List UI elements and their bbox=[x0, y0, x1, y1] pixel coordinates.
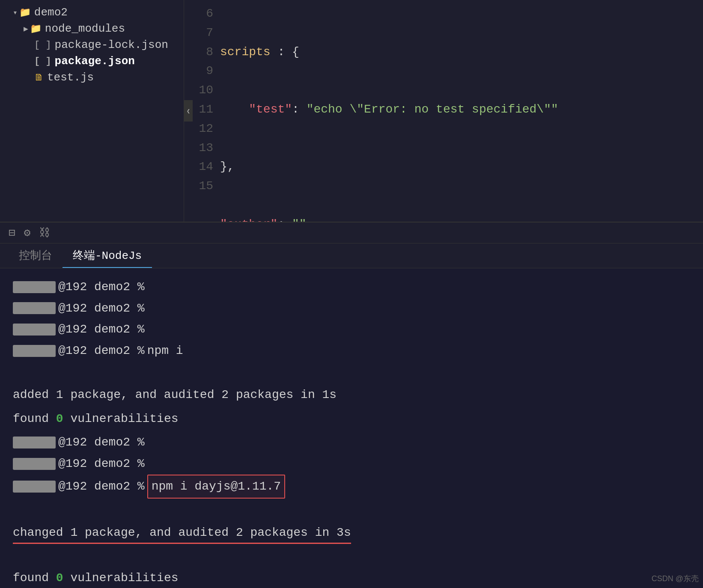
terminal-content: @192 demo2 % @192 demo2 % @192 demo2 % @… bbox=[0, 268, 703, 588]
file-label: test.js bbox=[47, 71, 94, 84]
collapse-button[interactable]: ❮ bbox=[184, 100, 193, 122]
code-lines: scripts : { "test": "echo \"Error: no te… bbox=[220, 0, 703, 222]
file-bracket-icon: [ ] bbox=[34, 56, 51, 67]
npm-i-command: npm i bbox=[147, 341, 183, 361]
panel-icon-network[interactable]: ⛓ bbox=[39, 226, 50, 240]
terminal-line-2: @192 demo2 % bbox=[13, 298, 690, 319]
blurred-username bbox=[13, 281, 56, 293]
tab-console[interactable]: 控制台 bbox=[9, 244, 63, 268]
terminal-output-added: added 1 package, and audited 2 packages … bbox=[13, 364, 690, 405]
terminal-line-npm-dayjs: @192 demo2 % npm i dayjs@1.11.7 bbox=[13, 475, 690, 499]
blurred-username bbox=[13, 324, 56, 336]
sidebar-item-node-modules[interactable]: ▶ 📁 node_modules bbox=[0, 21, 184, 37]
changed-package-text: changed 1 package, and audited 2 package… bbox=[13, 523, 351, 544]
editor-area: ▾ 📁 demo2 ▶ 📁 node_modules [ ] package-l… bbox=[0, 0, 703, 223]
file-label: package-lock.json bbox=[55, 39, 168, 51]
blurred-username bbox=[13, 302, 56, 314]
line-numbers: 6 7 8 9 10 11 12 13 14 15 bbox=[194, 0, 220, 222]
prompt-text: @192 demo2 % bbox=[58, 476, 145, 497]
watermark: CSDN @东壳 bbox=[652, 573, 699, 584]
js-file-icon: 🗎 bbox=[34, 72, 44, 83]
file-label: package.json bbox=[55, 55, 135, 68]
folder-label: demo2 bbox=[34, 6, 68, 19]
terminal-output-changed: changed 1 package, and audited 2 package… bbox=[13, 502, 690, 544]
blurred-username bbox=[13, 437, 56, 448]
code-line-9: "author": "", bbox=[220, 215, 703, 222]
terminal-line-1: @192 demo2 % bbox=[13, 277, 690, 297]
arrow-icon: ▶ bbox=[24, 24, 28, 33]
folder-label: node_modules bbox=[45, 22, 125, 35]
code-line-6: scripts : { bbox=[220, 43, 703, 62]
tab-terminal-nodejs[interactable]: 终端-NodeJs bbox=[63, 244, 152, 268]
zero-count: 0 bbox=[56, 412, 63, 425]
prompt-text: @192 demo2 % bbox=[58, 277, 145, 297]
arrow-icon: ▾ bbox=[13, 8, 18, 17]
terminal-output-found1: found 0 vulnerabilities bbox=[13, 409, 690, 429]
prompt-text: @192 demo2 % bbox=[58, 319, 145, 340]
sidebar-item-demo2[interactable]: ▾ 📁 demo2 bbox=[0, 4, 184, 21]
bottom-panel: ⊟ ⚙ ⛓ 控制台 终端-NodeJs @192 demo2 % bbox=[0, 223, 703, 588]
npm-dayjs-command: npm i dayjs@1.11.7 bbox=[147, 475, 285, 499]
chevron-left-icon: ❮ bbox=[187, 107, 190, 115]
terminal-line-3: @192 demo2 % bbox=[13, 319, 690, 340]
terminal-line-5: @192 demo2 % bbox=[13, 454, 690, 474]
main-container: ▾ 📁 demo2 ▶ 📁 node_modules [ ] package-l… bbox=[0, 0, 703, 588]
folder-icon: 📁 bbox=[19, 7, 31, 18]
blurred-username bbox=[13, 481, 56, 493]
terminal-line-npm-i: @192 demo2 % npm i bbox=[13, 341, 690, 361]
prompt-text: @192 demo2 % bbox=[58, 432, 145, 453]
prompt-text: @192 demo2 % bbox=[58, 341, 145, 361]
sidebar-item-package-json[interactable]: [ ] package.json bbox=[0, 53, 184, 69]
code-editor: ❮ 6 7 8 9 10 11 12 13 14 15 s bbox=[184, 0, 703, 222]
blurred-username bbox=[13, 345, 56, 357]
sidebar-item-package-lock[interactable]: [ ] package-lock.json bbox=[0, 37, 184, 53]
folder-icon: 📁 bbox=[30, 23, 42, 35]
code-line-8: }, bbox=[220, 157, 703, 177]
panel-tabs: 控制台 终端-NodeJs bbox=[0, 244, 703, 268]
prompt-text: @192 demo2 % bbox=[58, 454, 145, 474]
zero-count2: 0 bbox=[56, 571, 63, 585]
panel-icon-files[interactable]: ⊟ bbox=[9, 226, 15, 240]
code-content: 6 7 8 9 10 11 12 13 14 15 scripts : { "t… bbox=[184, 0, 703, 222]
file-explorer: ▾ 📁 demo2 ▶ 📁 node_modules [ ] package-l… bbox=[0, 0, 184, 222]
prompt-text: @192 demo2 % bbox=[58, 298, 145, 319]
panel-icon-settings[interactable]: ⚙ bbox=[24, 226, 31, 240]
code-line-7: "test": "echo \"Error: no test specified… bbox=[220, 100, 703, 119]
terminal-output-found2: found 0 vulnerabilities bbox=[13, 547, 690, 588]
sidebar-item-test-js[interactable]: 🗎 test.js bbox=[0, 69, 184, 86]
file-bracket-icon: [ ] bbox=[34, 40, 51, 50]
terminal-line-4: @192 demo2 % bbox=[13, 432, 690, 453]
blurred-username bbox=[13, 458, 56, 470]
panel-toolbar-icons: ⊟ ⚙ ⛓ bbox=[0, 223, 703, 244]
